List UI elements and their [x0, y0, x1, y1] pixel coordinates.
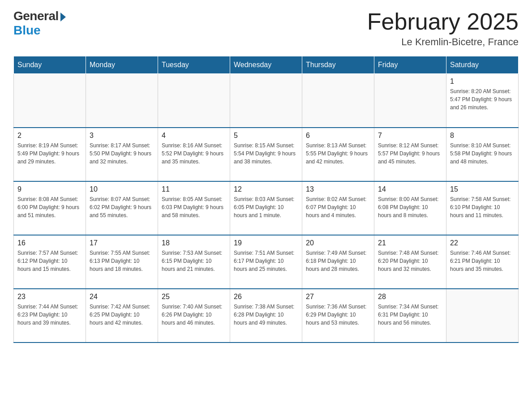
logo-general-text: General: [13, 9, 59, 23]
calendar-cell: 1Sunrise: 8:20 AM Sunset: 5:47 PM Daylig…: [446, 74, 519, 128]
day-number: 25: [162, 293, 226, 301]
day-info: Sunrise: 7:49 AM Sunset: 6:18 PM Dayligh…: [306, 249, 370, 273]
day-info: Sunrise: 7:44 AM Sunset: 6:23 PM Dayligh…: [17, 303, 82, 327]
day-info: Sunrise: 8:16 AM Sunset: 5:52 PM Dayligh…: [162, 141, 226, 166]
day-number: 22: [450, 239, 515, 247]
weekday-header-sunday: Sunday: [14, 56, 86, 74]
calendar-cell: 27Sunrise: 7:36 AM Sunset: 6:29 PM Dayli…: [302, 289, 374, 342]
day-info: Sunrise: 7:51 AM Sunset: 6:17 PM Dayligh…: [234, 249, 298, 273]
calendar-cell: 9Sunrise: 8:08 AM Sunset: 6:00 PM Daylig…: [14, 181, 86, 235]
day-number: 5: [234, 132, 298, 140]
day-info: Sunrise: 8:05 AM Sunset: 6:03 PM Dayligh…: [162, 195, 226, 219]
day-info: Sunrise: 8:15 AM Sunset: 5:54 PM Dayligh…: [234, 141, 298, 166]
day-info: Sunrise: 7:38 AM Sunset: 6:28 PM Dayligh…: [234, 303, 298, 327]
calendar-cell: 19Sunrise: 7:51 AM Sunset: 6:17 PM Dayli…: [230, 235, 302, 289]
calendar-cell: 26Sunrise: 7:38 AM Sunset: 6:28 PM Dayli…: [230, 289, 302, 342]
calendar-cell: [446, 289, 519, 342]
day-number: 17: [90, 239, 154, 247]
calendar-cell: 23Sunrise: 7:44 AM Sunset: 6:23 PM Dayli…: [14, 289, 86, 342]
day-info: Sunrise: 8:03 AM Sunset: 6:05 PM Dayligh…: [234, 195, 298, 219]
day-info: Sunrise: 7:58 AM Sunset: 6:10 PM Dayligh…: [450, 195, 515, 219]
calendar-cell: 3Sunrise: 8:17 AM Sunset: 5:50 PM Daylig…: [86, 128, 158, 181]
day-number: 12: [234, 185, 298, 193]
calendar-cell: 21Sunrise: 7:48 AM Sunset: 6:20 PM Dayli…: [374, 235, 446, 289]
day-info: Sunrise: 8:12 AM Sunset: 5:57 PM Dayligh…: [378, 141, 442, 166]
calendar-cell: 8Sunrise: 8:10 AM Sunset: 5:58 PM Daylig…: [446, 128, 519, 181]
weekday-header-wednesday: Wednesday: [230, 56, 302, 74]
calendar-cell: 4Sunrise: 8:16 AM Sunset: 5:52 PM Daylig…: [158, 128, 230, 181]
calendar-cell: 18Sunrise: 7:53 AM Sunset: 6:15 PM Dayli…: [158, 235, 230, 289]
day-info: Sunrise: 7:57 AM Sunset: 6:12 PM Dayligh…: [17, 249, 82, 273]
day-info: Sunrise: 7:34 AM Sunset: 6:31 PM Dayligh…: [378, 303, 442, 327]
day-number: 14: [378, 185, 442, 193]
logo: General Blue: [13, 9, 66, 38]
day-info: Sunrise: 7:55 AM Sunset: 6:13 PM Dayligh…: [90, 249, 154, 273]
day-info: Sunrise: 7:48 AM Sunset: 6:20 PM Dayligh…: [378, 249, 442, 273]
calendar-cell: [14, 74, 86, 128]
day-number: 7: [378, 132, 442, 140]
title-block: February 2025 Le Kremlin-Bicetre, France: [367, 9, 519, 48]
weekday-header-friday: Friday: [374, 56, 446, 74]
day-info: Sunrise: 7:36 AM Sunset: 6:29 PM Dayligh…: [306, 303, 370, 327]
weekday-header-row: SundayMondayTuesdayWednesdayThursdayFrid…: [14, 56, 519, 74]
day-number: 19: [234, 239, 298, 247]
day-number: 2: [17, 132, 82, 140]
week-row-1: 1Sunrise: 8:20 AM Sunset: 5:47 PM Daylig…: [14, 74, 519, 128]
calendar-cell: 5Sunrise: 8:15 AM Sunset: 5:54 PM Daylig…: [230, 128, 302, 181]
day-info: Sunrise: 8:00 AM Sunset: 6:08 PM Dayligh…: [378, 195, 442, 219]
day-info: Sunrise: 8:20 AM Sunset: 5:47 PM Dayligh…: [450, 87, 515, 111]
calendar-table: SundayMondayTuesdayWednesdayThursdayFrid…: [13, 56, 519, 343]
day-number: 3: [90, 132, 154, 140]
calendar-cell: 16Sunrise: 7:57 AM Sunset: 6:12 PM Dayli…: [14, 235, 86, 289]
page-subtitle: Le Kremlin-Bicetre, France: [367, 36, 519, 48]
calendar-cell: 28Sunrise: 7:34 AM Sunset: 6:31 PM Dayli…: [374, 289, 446, 342]
day-info: Sunrise: 8:02 AM Sunset: 6:07 PM Dayligh…: [306, 195, 370, 219]
page-title: February 2025: [367, 9, 519, 34]
calendar-cell: 25Sunrise: 7:40 AM Sunset: 6:26 PM Dayli…: [158, 289, 230, 342]
day-info: Sunrise: 7:40 AM Sunset: 6:26 PM Dayligh…: [162, 303, 226, 327]
day-info: Sunrise: 8:07 AM Sunset: 6:02 PM Dayligh…: [90, 195, 154, 219]
day-number: 1: [450, 77, 515, 86]
calendar-cell: 10Sunrise: 8:07 AM Sunset: 6:02 PM Dayli…: [86, 181, 158, 235]
day-number: 16: [17, 239, 82, 247]
day-number: 8: [450, 132, 515, 140]
calendar-cell: [374, 74, 446, 128]
calendar-cell: [230, 74, 302, 128]
day-number: 24: [90, 293, 154, 301]
weekday-header-monday: Monday: [86, 56, 158, 74]
weekday-header-tuesday: Tuesday: [158, 56, 230, 74]
calendar-cell: 22Sunrise: 7:46 AM Sunset: 6:21 PM Dayli…: [446, 235, 519, 289]
calendar-cell: 2Sunrise: 8:19 AM Sunset: 5:49 PM Daylig…: [14, 128, 86, 181]
calendar-cell: 7Sunrise: 8:12 AM Sunset: 5:57 PM Daylig…: [374, 128, 446, 181]
day-number: 28: [378, 293, 442, 301]
calendar-cell: [86, 74, 158, 128]
day-number: 4: [162, 132, 226, 140]
day-info: Sunrise: 7:46 AM Sunset: 6:21 PM Dayligh…: [450, 249, 515, 273]
day-number: 18: [162, 239, 226, 247]
calendar-cell: 6Sunrise: 8:13 AM Sunset: 5:55 PM Daylig…: [302, 128, 374, 181]
day-info: Sunrise: 8:19 AM Sunset: 5:49 PM Dayligh…: [17, 141, 82, 166]
calendar-cell: 20Sunrise: 7:49 AM Sunset: 6:18 PM Dayli…: [302, 235, 374, 289]
week-row-3: 9Sunrise: 8:08 AM Sunset: 6:00 PM Daylig…: [14, 181, 519, 235]
day-number: 15: [450, 185, 515, 193]
day-number: 9: [17, 185, 82, 193]
calendar-cell: 12Sunrise: 8:03 AM Sunset: 6:05 PM Dayli…: [230, 181, 302, 235]
week-row-2: 2Sunrise: 8:19 AM Sunset: 5:49 PM Daylig…: [14, 128, 519, 181]
calendar-cell: 15Sunrise: 7:58 AM Sunset: 6:10 PM Dayli…: [446, 181, 519, 235]
logo-arrow-icon: [60, 13, 66, 21]
day-number: 10: [90, 185, 154, 193]
calendar-cell: 14Sunrise: 8:00 AM Sunset: 6:08 PM Dayli…: [374, 181, 446, 235]
day-number: 13: [306, 185, 370, 193]
day-info: Sunrise: 8:17 AM Sunset: 5:50 PM Dayligh…: [90, 141, 154, 166]
calendar-cell: 13Sunrise: 8:02 AM Sunset: 6:07 PM Dayli…: [302, 181, 374, 235]
day-number: 26: [234, 293, 298, 301]
day-number: 23: [17, 293, 82, 301]
day-info: Sunrise: 8:10 AM Sunset: 5:58 PM Dayligh…: [450, 141, 515, 166]
calendar-cell: 11Sunrise: 8:05 AM Sunset: 6:03 PM Dayli…: [158, 181, 230, 235]
page-header: General Blue February 2025 Le Kremlin-Bi…: [13, 9, 519, 48]
day-number: 6: [306, 132, 370, 140]
calendar-cell: [158, 74, 230, 128]
day-number: 27: [306, 293, 370, 301]
calendar-cell: 17Sunrise: 7:55 AM Sunset: 6:13 PM Dayli…: [86, 235, 158, 289]
logo-blue-text: Blue: [13, 23, 41, 38]
